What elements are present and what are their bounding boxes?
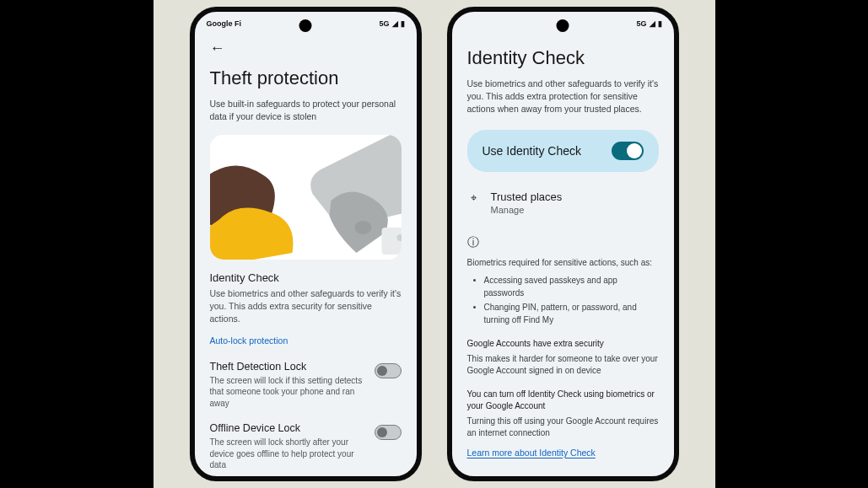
offline-lock-label: Offline Device Lock — [210, 422, 366, 434]
page-subtitle: Use built-in safeguards to protect your … — [210, 98, 402, 123]
learn-more-link[interactable]: Learn more about Identity Check — [467, 448, 596, 458]
offline-lock-row[interactable]: Offline Device Lock The screen will lock… — [210, 422, 402, 471]
stage: Google Fi 5G ◢ ▮ ← Theft protection Use … — [154, 0, 715, 488]
identity-check-desc: Use biometrics and other safeguards to v… — [210, 287, 402, 324]
use-identity-check-label: Use Identity Check — [483, 144, 582, 158]
svg-rect-2 — [381, 228, 402, 255]
status-right: 5G ◢ ▮ — [636, 19, 661, 28]
battery-icon: ▮ — [658, 19, 662, 28]
list-item: Accessing saved passkeys and app passwor… — [484, 274, 659, 299]
identity-check-label[interactable]: Identity Check — [210, 271, 402, 284]
back-button[interactable]: ← — [210, 40, 225, 56]
info-icon: ⓘ — [467, 235, 659, 250]
theft-detection-toggle[interactable]: ✕ — [375, 363, 402, 378]
turnoff-heading: You can turn off Identity Check using bi… — [467, 389, 659, 412]
camera-hole — [557, 19, 569, 32]
camera-hole — [299, 19, 312, 32]
page-title: Identity Check — [467, 47, 659, 69]
battery-icon: ▮ — [401, 19, 405, 28]
screen-content-left: ← Theft protection Use built-in safeguar… — [195, 34, 417, 476]
page-title: Theft protection — [210, 67, 402, 89]
auto-lock-protection-link[interactable]: Auto-lock protection — [210, 335, 288, 346]
theft-detection-label: Theft Detection Lock — [210, 361, 366, 373]
page-subtitle: Use biometrics and other safeguards to v… — [467, 78, 659, 116]
list-item: Changing PIN, pattern, or password, and … — [484, 301, 659, 326]
extra-security-body: This makes it harder for someone to take… — [467, 353, 659, 377]
biometrics-list: Accessing saved passkeys and app passwor… — [467, 274, 659, 326]
offline-lock-toggle[interactable]: ✕ — [375, 425, 402, 440]
theft-detection-row[interactable]: Theft Detection Lock The screen will loc… — [210, 361, 402, 410]
status-right: 5G ◢ ▮ — [379, 19, 404, 28]
network-label: 5G — [636, 19, 646, 28]
signal-icon: ◢ — [650, 19, 655, 28]
trusted-places-sub: Manage — [491, 205, 563, 215]
offline-lock-desc: The screen will lock shortly after your … — [210, 437, 366, 471]
theft-detection-desc: The screen will lock if this setting det… — [210, 375, 366, 410]
use-identity-check-toggle[interactable] — [612, 142, 644, 160]
extra-security-heading: Google Accounts have extra security — [467, 338, 659, 350]
signal-icon: ◢ — [392, 19, 398, 28]
turnoff-body: Turning this off using your Google Accou… — [467, 416, 659, 439]
phone-right: 5G ◢ ▮ Identity Check Use biometrics and… — [447, 7, 679, 481]
trusted-places-label: Trusted places — [491, 190, 563, 203]
biometrics-heading: Biometrics required for sensitive action… — [467, 257, 659, 269]
pin-icon: ⌖ — [467, 191, 481, 205]
phone-left: Google Fi 5G ◢ ▮ ← Theft protection Use … — [190, 7, 422, 481]
carrier-label: Google Fi — [207, 19, 242, 28]
trusted-places-row[interactable]: ⌖ Trusted places Manage — [467, 190, 659, 215]
theft-illustration — [210, 135, 402, 260]
svg-point-1 — [354, 221, 371, 234]
use-identity-check-card[interactable]: Use Identity Check — [467, 130, 659, 172]
screen-content-right: Identity Check Use biometrics and other … — [452, 34, 674, 476]
network-label: 5G — [379, 19, 389, 28]
